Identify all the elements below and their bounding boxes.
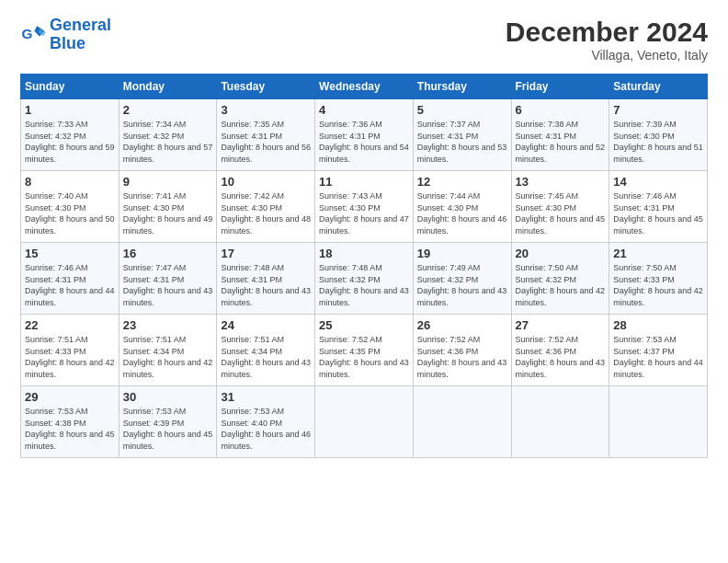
col-header-thursday: Thursday <box>413 75 511 99</box>
day-number: 27 <box>516 318 606 332</box>
col-header-tuesday: Tuesday <box>217 75 315 99</box>
day-number: 11 <box>319 175 409 189</box>
week-row-1: 1Sunrise: 7:33 AMSunset: 4:32 PMDaylight… <box>21 99 708 171</box>
svg-text:G: G <box>21 26 32 41</box>
day-cell: 8Sunrise: 7:40 AMSunset: 4:30 PMDaylight… <box>21 171 119 243</box>
day-info: Sunrise: 7:48 AMSunset: 4:32 PMDaylight:… <box>319 262 409 308</box>
day-cell: 14Sunrise: 7:46 AMSunset: 4:31 PMDayligh… <box>609 171 708 243</box>
col-header-wednesday: Wednesday <box>315 75 414 99</box>
day-cell: 22Sunrise: 7:51 AMSunset: 4:33 PMDayligh… <box>21 315 119 386</box>
day-cell: 6Sunrise: 7:38 AMSunset: 4:31 PMDaylight… <box>511 99 609 171</box>
day-cell: 27Sunrise: 7:52 AMSunset: 4:36 PMDayligh… <box>511 315 609 386</box>
col-header-sunday: Sunday <box>21 75 119 99</box>
logo-icon: G <box>20 22 46 48</box>
day-cell: 31Sunrise: 7:53 AMSunset: 4:40 PMDayligh… <box>217 386 315 458</box>
week-row-2: 8Sunrise: 7:40 AMSunset: 4:30 PMDaylight… <box>21 171 708 243</box>
day-number: 29 <box>25 390 115 404</box>
day-cell: 15Sunrise: 7:46 AMSunset: 4:31 PMDayligh… <box>21 243 119 315</box>
day-number: 15 <box>25 247 115 260</box>
main-title: December 2024 <box>506 17 708 48</box>
logo-text: General Blue <box>50 17 111 53</box>
week-row-5: 29Sunrise: 7:53 AMSunset: 4:38 PMDayligh… <box>21 386 708 458</box>
day-number: 30 <box>123 390 213 404</box>
day-number: 14 <box>613 175 703 189</box>
day-number: 3 <box>221 103 311 117</box>
day-number: 4 <box>319 103 409 117</box>
col-header-saturday: Saturday <box>609 75 708 99</box>
title-block: December 2024 Villaga, Veneto, Italy <box>506 17 708 63</box>
day-cell: 24Sunrise: 7:51 AMSunset: 4:34 PMDayligh… <box>217 315 315 386</box>
day-info: Sunrise: 7:37 AMSunset: 4:31 PMDaylight:… <box>417 119 507 165</box>
day-number: 9 <box>123 175 213 189</box>
header: G General Blue December 2024 Villaga, Ve… <box>20 17 708 63</box>
day-cell: 13Sunrise: 7:45 AMSunset: 4:30 PMDayligh… <box>511 171 609 243</box>
day-number: 12 <box>417 175 507 189</box>
day-info: Sunrise: 7:36 AMSunset: 4:31 PMDaylight:… <box>319 119 409 165</box>
header-row: SundayMondayTuesdayWednesdayThursdayFrid… <box>21 75 708 99</box>
day-number: 7 <box>613 103 703 117</box>
day-number: 21 <box>613 247 703 260</box>
day-number: 1 <box>25 103 115 117</box>
page: G General Blue December 2024 Villaga, Ve… <box>0 0 728 467</box>
day-cell: 16Sunrise: 7:47 AMSunset: 4:31 PMDayligh… <box>119 243 217 315</box>
day-info: Sunrise: 7:50 AMSunset: 4:33 PMDaylight:… <box>613 262 703 308</box>
subtitle: Villaga, Veneto, Italy <box>506 48 708 63</box>
col-header-monday: Monday <box>119 75 217 99</box>
logo-blue: Blue <box>50 35 111 53</box>
day-number: 8 <box>25 175 115 189</box>
day-cell: 18Sunrise: 7:48 AMSunset: 4:32 PMDayligh… <box>315 243 414 315</box>
day-info: Sunrise: 7:53 AMSunset: 4:39 PMDaylight:… <box>123 406 213 452</box>
day-cell: 11Sunrise: 7:43 AMSunset: 4:30 PMDayligh… <box>315 171 414 243</box>
day-cell: 29Sunrise: 7:53 AMSunset: 4:38 PMDayligh… <box>21 386 119 458</box>
day-cell <box>413 386 511 458</box>
day-cell: 23Sunrise: 7:51 AMSunset: 4:34 PMDayligh… <box>119 315 217 386</box>
day-cell: 20Sunrise: 7:50 AMSunset: 4:32 PMDayligh… <box>511 243 609 315</box>
calendar-table: SundayMondayTuesdayWednesdayThursdayFrid… <box>20 74 708 458</box>
day-info: Sunrise: 7:41 AMSunset: 4:30 PMDaylight:… <box>123 190 213 236</box>
day-number: 16 <box>123 247 213 260</box>
day-info: Sunrise: 7:51 AMSunset: 4:33 PMDaylight:… <box>25 334 115 380</box>
day-cell: 5Sunrise: 7:37 AMSunset: 4:31 PMDaylight… <box>413 99 511 171</box>
day-cell: 21Sunrise: 7:50 AMSunset: 4:33 PMDayligh… <box>609 243 708 315</box>
day-info: Sunrise: 7:35 AMSunset: 4:31 PMDaylight:… <box>221 119 311 165</box>
day-info: Sunrise: 7:33 AMSunset: 4:32 PMDaylight:… <box>25 119 115 165</box>
day-info: Sunrise: 7:53 AMSunset: 4:40 PMDaylight:… <box>221 406 311 452</box>
day-number: 23 <box>123 318 213 332</box>
day-cell: 17Sunrise: 7:48 AMSunset: 4:31 PMDayligh… <box>217 243 315 315</box>
day-info: Sunrise: 7:49 AMSunset: 4:32 PMDaylight:… <box>417 262 507 308</box>
day-info: Sunrise: 7:39 AMSunset: 4:30 PMDaylight:… <box>613 119 703 165</box>
day-number: 5 <box>417 103 507 117</box>
day-cell: 25Sunrise: 7:52 AMSunset: 4:35 PMDayligh… <box>315 315 414 386</box>
day-cell: 12Sunrise: 7:44 AMSunset: 4:30 PMDayligh… <box>413 171 511 243</box>
day-info: Sunrise: 7:47 AMSunset: 4:31 PMDaylight:… <box>123 262 213 308</box>
day-cell: 30Sunrise: 7:53 AMSunset: 4:39 PMDayligh… <box>119 386 217 458</box>
day-cell <box>511 386 609 458</box>
day-cell: 26Sunrise: 7:52 AMSunset: 4:36 PMDayligh… <box>413 315 511 386</box>
day-info: Sunrise: 7:51 AMSunset: 4:34 PMDaylight:… <box>123 334 213 380</box>
day-number: 18 <box>319 247 409 260</box>
day-number: 10 <box>221 175 311 189</box>
day-info: Sunrise: 7:52 AMSunset: 4:36 PMDaylight:… <box>417 334 507 380</box>
day-number: 20 <box>516 247 606 260</box>
day-info: Sunrise: 7:34 AMSunset: 4:32 PMDaylight:… <box>123 119 213 165</box>
day-number: 17 <box>221 247 311 260</box>
day-cell: 7Sunrise: 7:39 AMSunset: 4:30 PMDaylight… <box>609 99 708 171</box>
day-info: Sunrise: 7:42 AMSunset: 4:30 PMDaylight:… <box>221 190 311 236</box>
day-cell <box>609 386 708 458</box>
week-row-4: 22Sunrise: 7:51 AMSunset: 4:33 PMDayligh… <box>21 315 708 386</box>
day-info: Sunrise: 7:46 AMSunset: 4:31 PMDaylight:… <box>25 262 115 308</box>
day-number: 25 <box>319 318 409 332</box>
week-row-3: 15Sunrise: 7:46 AMSunset: 4:31 PMDayligh… <box>21 243 708 315</box>
day-number: 26 <box>417 318 507 332</box>
day-cell: 28Sunrise: 7:53 AMSunset: 4:37 PMDayligh… <box>609 315 708 386</box>
day-cell <box>315 386 414 458</box>
day-number: 6 <box>516 103 606 117</box>
day-info: Sunrise: 7:53 AMSunset: 4:37 PMDaylight:… <box>613 334 703 380</box>
col-header-friday: Friday <box>511 75 609 99</box>
day-number: 22 <box>25 318 115 332</box>
day-info: Sunrise: 7:44 AMSunset: 4:30 PMDaylight:… <box>417 190 507 236</box>
day-info: Sunrise: 7:52 AMSunset: 4:35 PMDaylight:… <box>319 334 409 380</box>
day-number: 31 <box>221 390 311 404</box>
day-cell: 19Sunrise: 7:49 AMSunset: 4:32 PMDayligh… <box>413 243 511 315</box>
day-info: Sunrise: 7:52 AMSunset: 4:36 PMDaylight:… <box>516 334 606 380</box>
